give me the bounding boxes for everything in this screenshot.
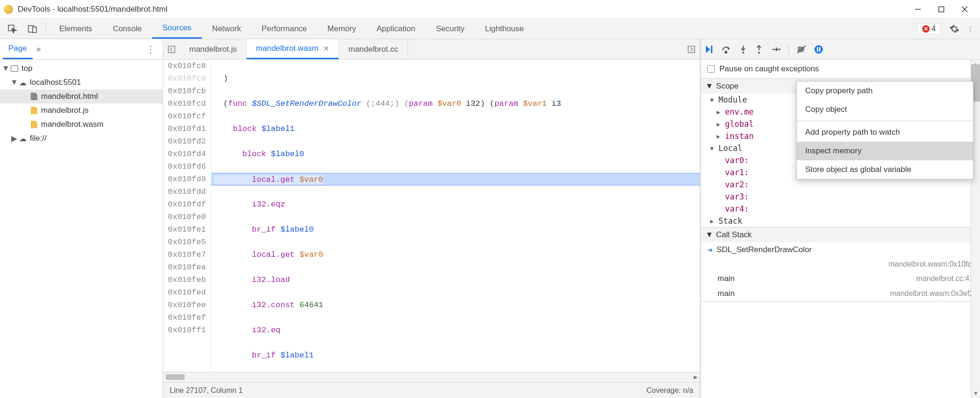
debugger-toolbar: [701, 39, 980, 60]
svg-point-11: [742, 52, 744, 54]
window-maximize-button[interactable]: [930, 0, 953, 18]
device-toolbar-icon[interactable]: [22, 19, 43, 39]
window-title: DevTools - localhost:5501/mandelbrot.htm…: [18, 5, 167, 14]
script-icon: [29, 107, 39, 114]
window-minimize-button[interactable]: [906, 0, 930, 18]
scope-local-var2[interactable]: var2:: [701, 178, 980, 191]
tab-security[interactable]: Security: [426, 19, 475, 39]
inspect-element-icon[interactable]: [2, 19, 22, 39]
file-tree: ▼top ▼☁localhost:5501 mandelbrot.html ma…: [0, 60, 163, 398]
coverage-status: Coverage: n/a: [646, 386, 693, 395]
svg-rect-17: [819, 47, 821, 52]
window-titlebar: DevTools - localhost:5501/mandelbrot.htm…: [0, 0, 980, 19]
tab-network[interactable]: Network: [202, 19, 251, 39]
checkbox-icon[interactable]: [707, 65, 715, 73]
code-gutter: 0x010fc80x010fc90x010fcb0x010fcd0x010fcf…: [163, 60, 211, 372]
ctx-copy-property-path[interactable]: Copy property path: [797, 82, 973, 100]
navigator-tab-page[interactable]: Page: [3, 39, 33, 59]
step-out-icon[interactable]: [755, 45, 763, 54]
document-icon: [29, 93, 39, 100]
close-tab-icon[interactable]: ✕: [323, 44, 329, 53]
editor-tabbar: mandelbrot.js mandelbrot.wasm✕ mandelbro…: [163, 39, 700, 60]
error-icon: ✕: [922, 25, 930, 33]
ctx-copy-object[interactable]: Copy object: [797, 100, 973, 119]
tree-file-js[interactable]: mandelbrot.js: [0, 103, 163, 117]
callstack-frame-0[interactable]: SDL_SetRenderDrawColor: [701, 242, 980, 257]
error-count-badge[interactable]: ✕ 4: [917, 23, 941, 34]
scope-local-var4[interactable]: var4:: [701, 203, 980, 215]
deactivate-breakpoints-icon[interactable]: [796, 45, 807, 54]
step-icon[interactable]: [771, 45, 781, 54]
editor-tab-wasm[interactable]: mandelbrot.wasm✕: [247, 39, 339, 59]
svg-rect-9: [711, 46, 712, 53]
tab-elements[interactable]: Elements: [49, 19, 103, 39]
svg-point-12: [758, 52, 760, 54]
editor-nav-back-icon[interactable]: [163, 39, 180, 59]
tab-console[interactable]: Console: [103, 19, 152, 39]
ctx-add-to-watch[interactable]: Add property path to watch: [797, 123, 973, 142]
callstack-header[interactable]: ▼Call Stack: [701, 227, 980, 242]
tab-application[interactable]: Application: [366, 19, 426, 39]
script-icon: [29, 121, 39, 128]
editor-panel: mandelbrot.js mandelbrot.wasm✕ mandelbro…: [163, 39, 700, 398]
scope-stack[interactable]: ▶Stack: [701, 215, 980, 227]
debugger-panel: Pause on caught exceptions ▼Scope ▼Modul…: [700, 39, 980, 398]
navigator-more-tabs-icon[interactable]: »: [33, 44, 45, 54]
ctx-store-global[interactable]: Store object as global variable: [797, 160, 973, 179]
scope-local-var3[interactable]: var3:: [701, 191, 980, 203]
editor-nav-forward-icon[interactable]: [683, 39, 700, 59]
cursor-position: Line 27107, Column 1: [170, 386, 243, 395]
window-close-button[interactable]: [953, 0, 976, 18]
cloud-icon: ☁: [18, 134, 28, 143]
tab-sources[interactable]: Sources: [152, 19, 201, 39]
editor-tab-js[interactable]: mandelbrot.js: [180, 39, 247, 59]
svg-point-13: [779, 48, 780, 50]
navigator-kebab-icon[interactable]: ⋮: [141, 44, 160, 55]
tree-domain[interactable]: ▼☁localhost:5501: [0, 75, 163, 89]
svg-rect-7: [168, 46, 175, 53]
pause-on-caught-row[interactable]: Pause on caught exceptions: [701, 60, 980, 79]
window-frame-icon: [9, 65, 20, 72]
devtools-app-icon: [4, 5, 13, 14]
callstack-frame-0-loc: mandelbrot.wasm:0x10fcf: [701, 257, 980, 271]
devtools-toolbar: Elements Console Sources Network Perform…: [0, 19, 980, 39]
resume-icon[interactable]: [704, 45, 714, 54]
editor-hscrollbar[interactable]: ◄►: [163, 372, 700, 382]
callstack-section: ▼Call Stack SDL_SetRenderDrawColor mande…: [701, 227, 980, 302]
callstack-frame-1[interactable]: mainmandelbrot.cc:41: [701, 271, 980, 286]
pause-on-exceptions-icon[interactable]: [814, 45, 823, 54]
step-over-icon[interactable]: [721, 45, 732, 54]
cloud-icon: ☁: [18, 78, 28, 87]
tree-top[interactable]: ▼top: [0, 62, 163, 75]
svg-rect-6: [33, 27, 36, 33]
navigator-panel: Page » ⋮ ▼top ▼☁localhost:5501 mandelbro…: [0, 39, 163, 398]
code-editor[interactable]: 0x010fc80x010fc90x010fcb0x010fcd0x010fcf…: [163, 60, 700, 372]
svg-rect-16: [817, 47, 818, 52]
editor-statusbar: Line 27107, Column 1 Coverage: n/a: [163, 382, 700, 398]
error-count: 4: [932, 25, 936, 33]
tree-file-wasm[interactable]: mandelbrot.wasm: [0, 117, 163, 131]
svg-rect-8: [688, 46, 695, 53]
tab-lighthouse[interactable]: Lighthouse: [475, 19, 534, 39]
more-menu-icon[interactable]: ⋮: [962, 21, 978, 37]
svg-point-15: [814, 45, 823, 54]
tab-performance[interactable]: Performance: [251, 19, 317, 39]
tree-file-scheme[interactable]: ▶☁file://: [0, 131, 163, 145]
editor-tab-cc[interactable]: mandelbrot.cc: [339, 39, 408, 59]
svg-rect-1: [939, 7, 944, 12]
panel-tabs: Elements Console Sources Network Perform…: [49, 19, 534, 39]
context-menu: Copy property path Copy object Add prope…: [796, 81, 973, 179]
tree-file-html[interactable]: mandelbrot.html: [0, 89, 163, 103]
callstack-frame-2[interactable]: mainmandelbrot.wasm:0x3ef2: [701, 286, 980, 301]
code-lines: ) (func $SDL_SetRenderDrawColor (;444;) …: [211, 60, 700, 372]
settings-gear-icon[interactable]: [946, 21, 962, 37]
step-into-icon[interactable]: [739, 45, 747, 54]
tab-memory[interactable]: Memory: [317, 19, 366, 39]
svg-point-10: [725, 51, 727, 53]
ctx-inspect-memory[interactable]: Inspect memory: [797, 142, 973, 160]
